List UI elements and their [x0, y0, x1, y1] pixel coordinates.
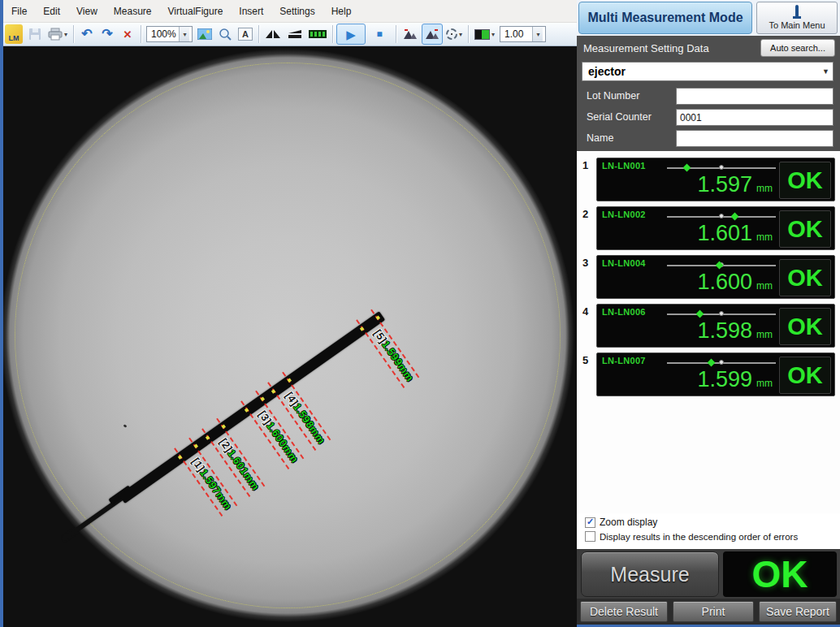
status-badge: OK [779, 357, 831, 394]
menu-virtualfigure[interactable]: VirtualFigure [160, 1, 232, 22]
menubar: File Edit View Measure VirtualFigure Ins… [3, 0, 577, 23]
right-panel: Multi Measurement Mode To Main Menu Meas… [577, 0, 840, 627]
tolerance-gauge [667, 265, 776, 266]
result-index: 3 [582, 257, 588, 269]
result-box[interactable]: LN-LN001 1.597mm OK [596, 158, 835, 201]
stop-icon: ■ [376, 29, 382, 39]
peak-detect-icon [424, 28, 440, 40]
menu-measure[interactable]: Measure [106, 1, 160, 22]
monitor-icon [793, 6, 801, 19]
edge-detect-button[interactable] [400, 24, 421, 45]
menu-settings[interactable]: Settings [271, 1, 323, 22]
chevron-down-icon[interactable]: ▾ [179, 27, 189, 41]
print-report-button[interactable]: Print [673, 601, 754, 622]
play-icon: ▶ [346, 28, 356, 41]
measured-value: 1.597mm [697, 172, 773, 197]
scale-bar-button[interactable] [306, 24, 329, 45]
zoom-display-option[interactable]: Zoom display [585, 517, 657, 528]
tolerance-gauge [667, 167, 776, 169]
save-button[interactable] [25, 24, 45, 45]
menu-edit[interactable]: Edit [35, 1, 68, 22]
text-tool-icon [238, 28, 253, 41]
flip-horizontal-button[interactable] [262, 24, 284, 45]
flip-vertical-icon [287, 28, 303, 40]
result-row-4: 4 LN-LN006 1.598mm OK [577, 304, 840, 351]
checkbox-icon[interactable] [585, 531, 595, 542]
camera-view[interactable]: [1]1.597mm [2]1.601mm [3]1.600mm [3, 46, 577, 627]
measurement-setting-section: Measurement Setting Data Auto search... … [577, 36, 840, 151]
status-badge: OK [779, 210, 831, 248]
color-extract-button[interactable]: ▾ [472, 24, 497, 45]
focus-area-button[interactable]: ▾ [444, 24, 465, 45]
status-badge: OK [779, 162, 831, 199]
to-main-menu-button[interactable]: To Main Menu [756, 2, 838, 34]
app-logo-icon: LM [5, 24, 23, 44]
menu-help[interactable]: Help [323, 1, 360, 22]
result-index: 4 [582, 305, 588, 318]
name-label: Name [587, 132, 613, 144]
serial-counter-row: Serial Counter [577, 109, 840, 127]
name-row: Name [577, 130, 840, 148]
footer-strip: Delete Result Print Save Report [577, 599, 840, 625]
chevron-down-icon: ▾ [459, 31, 462, 38]
result-box[interactable]: LN-LN002 1.601mm OK [596, 206, 835, 250]
color-swatch-icon [474, 29, 490, 40]
menu-view[interactable]: View [68, 1, 106, 22]
delete-result-button[interactable]: Delete Result [580, 601, 668, 622]
menu-file[interactable]: File [3, 1, 35, 22]
delete-button[interactable]: ✕ [118, 24, 137, 45]
delete-x-icon: ✕ [123, 29, 132, 40]
result-index: 5 [582, 354, 588, 366]
chevron-down-icon: ▼ [822, 67, 829, 76]
panel-header: Multi Measurement Mode To Main Menu [577, 0, 840, 36]
toolbar-separator [141, 25, 141, 43]
redo-button[interactable]: ↷ [97, 24, 117, 45]
name-input[interactable] [676, 130, 834, 147]
tolerance-gauge [667, 362, 776, 364]
edge-detect-icon [402, 28, 418, 40]
stop-measurement-button[interactable]: ■ [366, 24, 392, 45]
measure-button[interactable]: Measure [581, 551, 719, 597]
section-title: Measurement Setting Data [583, 42, 709, 54]
undo-button[interactable]: ↶ [77, 24, 97, 45]
flip-vertical-button[interactable] [284, 24, 305, 45]
result-box[interactable]: LN-LN004 1.600mm OK [596, 255, 835, 299]
chevron-down-icon[interactable]: ▾ [532, 27, 543, 41]
checkbox-icon[interactable] [585, 517, 595, 528]
toolbar-separator [396, 25, 396, 43]
toolbar-separator [73, 25, 74, 43]
sort-by-error-option[interactable]: Display results in the descending order … [585, 531, 798, 542]
display-options: Zoom display Display results in the desc… [577, 513, 840, 549]
mode-title: Multi Measurement Mode [578, 2, 752, 34]
serial-counter-input[interactable] [676, 109, 834, 126]
measured-value: 1.598mm [697, 318, 773, 344]
save-report-button[interactable]: Save Report [759, 601, 837, 622]
tolerance-gauge [667, 314, 776, 315]
undo-icon: ↶ [81, 28, 92, 41]
measurement-name: LN-LN006 [602, 307, 646, 317]
overall-status: OK [723, 551, 837, 597]
setting-data-select[interactable]: ejector ▼ [582, 62, 834, 81]
toolbar-separator [258, 25, 259, 43]
magnifier-icon [219, 28, 232, 41]
status-badge: OK [779, 308, 831, 345]
option-label: Zoom display [600, 517, 657, 528]
menu-insert[interactable]: Insert [231, 1, 271, 22]
gamma-select[interactable]: 1.00 ▾ [500, 26, 546, 42]
gauge-value-marker [683, 164, 691, 172]
result-box[interactable]: LN-LN007 1.599mm OK [596, 352, 835, 396]
magnifier-button[interactable] [215, 24, 235, 45]
auto-search-button[interactable]: Auto search... [760, 39, 835, 57]
text-tool-button[interactable] [236, 24, 255, 45]
measurement-name: LN-LN001 [602, 161, 646, 171]
image-settings-button[interactable] [195, 24, 214, 45]
measurement-name: LN-LN007 [602, 356, 646, 365]
lot-number-input[interactable] [676, 88, 834, 105]
zoom-select[interactable]: 100% ▾ [146, 26, 193, 42]
peak-detect-button[interactable] [422, 24, 443, 45]
chevron-down-icon: ▾ [64, 31, 67, 38]
option-label: Display results in the descending order … [600, 532, 798, 542]
print-button[interactable]: ▾ [45, 24, 70, 45]
run-measurement-button[interactable]: ▶ [336, 24, 366, 45]
result-box[interactable]: LN-LN006 1.598mm OK [596, 304, 835, 348]
